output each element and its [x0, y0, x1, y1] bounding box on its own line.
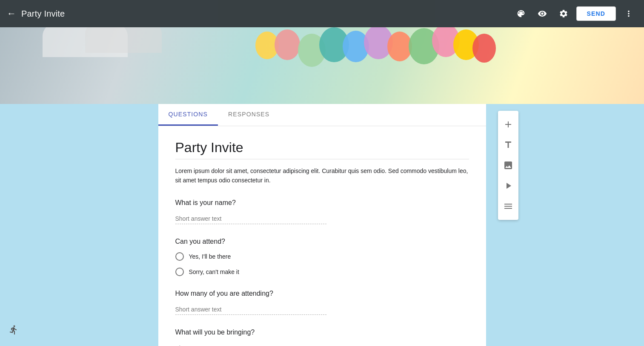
- send-button[interactable]: SEND: [576, 6, 616, 21]
- short-answer-input-3[interactable]: [175, 304, 326, 315]
- add-title-button[interactable]: [498, 135, 518, 155]
- preview-button[interactable]: [534, 5, 551, 22]
- tab-responses[interactable]: RESPONSES: [218, 104, 280, 126]
- question-label-1: What is your name?: [175, 199, 469, 207]
- tab-questions[interactable]: QUESTIONS: [158, 104, 218, 126]
- short-answer-input-1[interactable]: [175, 213, 326, 224]
- settings-button[interactable]: [555, 5, 572, 22]
- radio-option-2[interactable]: Sorry, can't make it: [175, 268, 469, 276]
- form-divider: [175, 159, 469, 159]
- radio-circle-1: [175, 252, 184, 261]
- question-block-3: How many of you are attending?: [175, 290, 469, 315]
- question-label-2: Can you attend?: [175, 238, 469, 245]
- add-video-button[interactable]: [498, 176, 518, 196]
- top-bar: ← Party Invite SEND: [0, 0, 644, 27]
- hero-image: [0, 27, 644, 104]
- sidebar-tools: [498, 111, 518, 220]
- form-description: Lorem ipsum dolor sit amet, consectetur …: [175, 166, 469, 185]
- app-title: Party Invite: [21, 9, 65, 19]
- radio-option-1[interactable]: Yes, I'll be there: [175, 252, 469, 261]
- question-label-3: How many of you are attending?: [175, 290, 469, 297]
- radio-label-2: Sorry, can't make it: [189, 268, 239, 275]
- form-content: Party Invite Lorem ipsum dolor sit amet,…: [158, 126, 486, 346]
- main-layout: QUESTIONS RESPONSES Party Invite Lorem i…: [0, 104, 644, 346]
- question-block-4: What will you be bringing?: [175, 329, 469, 346]
- tabs-bar: QUESTIONS RESPONSES: [158, 104, 486, 126]
- form-title: Party Invite: [175, 140, 469, 156]
- short-answer-input-4[interactable]: [175, 343, 326, 346]
- question-block-1: What is your name?: [175, 199, 469, 224]
- back-button[interactable]: ←: [7, 8, 16, 19]
- top-bar-left: ← Party Invite: [7, 8, 65, 19]
- radio-label-1: Yes, I'll be there: [189, 253, 231, 260]
- accessibility-icon: [9, 325, 19, 337]
- form-panel: QUESTIONS RESPONSES Party Invite Lorem i…: [158, 104, 486, 346]
- radio-circle-2: [175, 268, 184, 276]
- top-bar-right: SEND: [512, 5, 637, 22]
- add-image-button[interactable]: [498, 155, 518, 176]
- palette-button[interactable]: [512, 5, 530, 22]
- question-block-2: Can you attend? Yes, I'll be there Sorry…: [175, 238, 469, 276]
- add-question-button[interactable]: [498, 114, 518, 135]
- question-label-4: What will you be bringing?: [175, 329, 469, 336]
- add-section-button[interactable]: [498, 196, 518, 216]
- more-button[interactable]: [620, 5, 637, 22]
